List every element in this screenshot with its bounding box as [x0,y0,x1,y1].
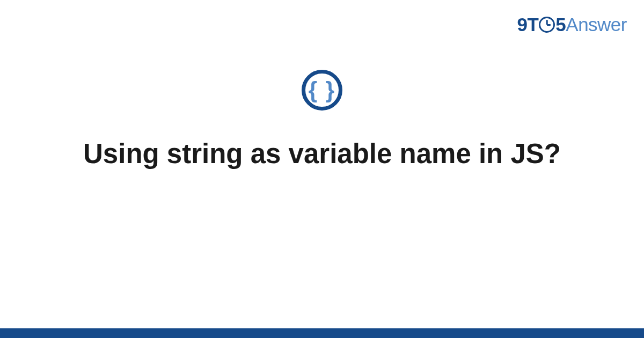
footer-accent-bar [0,328,644,338]
code-braces-icon: { } [309,77,335,103]
logo-text-5: 5 [555,14,566,35]
category-badge: { } [302,70,342,111]
logo-text-answer: Answer [566,14,627,35]
question-title: Using string as variable name in JS? [83,136,561,171]
site-logo: 9T 5 Answer [517,14,627,35]
logo-text-9t: 9T [517,14,538,35]
main-content: { } Using string as variable name in JS? [0,70,644,171]
clock-icon [539,17,555,33]
